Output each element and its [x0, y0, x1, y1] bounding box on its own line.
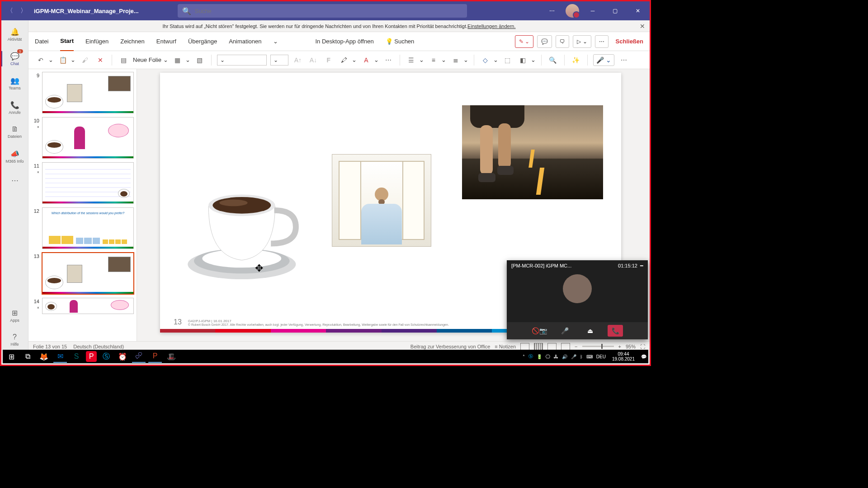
- tab-transitions[interactable]: Übergänge: [188, 32, 217, 51]
- sorter-view-icon[interactable]: [534, 343, 543, 350]
- open-desktop-button[interactable]: In Desktop-App öffnen: [315, 32, 373, 51]
- tab-more[interactable]: ⌄: [273, 32, 278, 51]
- rail-apps[interactable]: ⊞ Apps: [1, 304, 28, 327]
- call-minimize-icon[interactable]: ━: [640, 263, 643, 268]
- search-input[interactable]: [195, 8, 462, 14]
- battery-icon[interactable]: 🔋: [537, 354, 542, 359]
- align-button[interactable]: ≣⌄: [450, 54, 468, 66]
- keyboard-icon[interactable]: ⌨: [586, 354, 593, 359]
- start-icon[interactable]: ⊞: [5, 350, 18, 363]
- bluetooth-icon[interactable]: ᛒ: [580, 354, 583, 359]
- bullets-button[interactable]: ☰⌄: [406, 54, 424, 66]
- toolbar-more-icon[interactable]: ⋯: [618, 54, 630, 66]
- rail-teams[interactable]: 👥 Teams: [1, 72, 28, 94]
- skype-icon[interactable]: Ⓢ: [99, 350, 113, 363]
- firefox-icon[interactable]: 🦊: [37, 350, 51, 363]
- chat-button[interactable]: 💬: [537, 35, 552, 48]
- new-slide-button[interactable]: Neue Folie ⌄: [133, 56, 168, 63]
- font-size-select[interactable]: ⌄: [270, 55, 288, 66]
- bold-icon[interactable]: F: [323, 54, 335, 66]
- rail-help[interactable]: ? Hilfe: [1, 328, 28, 351]
- chevron-up-icon[interactable]: ˄: [523, 354, 525, 359]
- call-thumbnail[interactable]: [PM-MCR-002] iGPM MC... 01:15:12 ━ 🚫📷 🎤 …: [507, 260, 648, 339]
- tab-draw[interactable]: Zeichnen: [120, 32, 144, 51]
- thumb-13[interactable]: [42, 253, 134, 294]
- slideshow-view-icon[interactable]: [561, 343, 570, 350]
- font-color-button[interactable]: A⌄: [360, 54, 379, 66]
- pinterest-icon[interactable]: P: [86, 351, 97, 362]
- rail-m365[interactable]: 📣 M365 Info: [1, 145, 28, 168]
- mic-tray-icon[interactable]: 🎤: [571, 354, 576, 359]
- slide-layout-button[interactable]: ▦⌄: [172, 54, 190, 66]
- language-indicator[interactable]: DEU: [596, 354, 606, 359]
- hangup-icon[interactable]: 📞: [608, 325, 623, 337]
- notes-button[interactable]: ≡ Notizen: [495, 344, 516, 349]
- taskview-icon[interactable]: ⧉: [21, 350, 34, 363]
- window-minimize-icon[interactable]: ─: [584, 4, 602, 18]
- font-more-icon[interactable]: ⋯: [382, 54, 394, 66]
- numbering-button[interactable]: ≡⌄: [428, 54, 446, 66]
- font-family-select[interactable]: ⌄: [217, 55, 267, 66]
- zoom-slider[interactable]: [582, 346, 614, 347]
- layout-icon[interactable]: ▤: [118, 54, 129, 66]
- share-icon[interactable]: ⏏: [582, 325, 598, 337]
- camera-off-icon[interactable]: 🚫📷: [532, 325, 547, 337]
- clock[interactable]: 09:44 19.08.2021: [612, 352, 635, 361]
- window-close-icon[interactable]: ✕: [629, 4, 647, 18]
- pen-button[interactable]: ✎ ⌄: [515, 35, 533, 48]
- slide-thumbnails[interactable]: 9 10⁎ 11⁎: [28, 69, 137, 341]
- comments-button[interactable]: 🗨: [556, 35, 569, 48]
- rail-files[interactable]: 🗎 Dateien: [1, 121, 28, 143]
- powerpoint-icon[interactable]: P: [148, 350, 162, 363]
- rail-more[interactable]: ⋯: [1, 169, 28, 192]
- redhat-icon[interactable]: 🎩: [165, 350, 178, 363]
- find-icon[interactable]: 🔍: [547, 54, 559, 66]
- alarm-icon[interactable]: ⏰: [116, 350, 129, 363]
- present-button[interactable]: ▷ ⌄: [573, 35, 591, 48]
- tab-animations[interactable]: Animationen: [229, 32, 261, 51]
- rail-calls[interactable]: 📞 Anrufe: [1, 96, 28, 119]
- network-icon[interactable]: 🖧: [554, 354, 558, 359]
- tab-design[interactable]: Entwurf: [156, 32, 176, 51]
- rail-chat[interactable]: 1 💬 Chat: [1, 47, 28, 70]
- arrange-icon[interactable]: ⬚: [502, 54, 514, 66]
- delete-icon[interactable]: ✕: [94, 54, 106, 66]
- window-maximize-icon[interactable]: ▢: [606, 4, 624, 18]
- mic-icon[interactable]: 🎤: [557, 325, 572, 337]
- teams-icon[interactable]: 🗪: [132, 350, 146, 363]
- display-icon[interactable]: 🖵: [546, 354, 550, 359]
- nav-back-icon[interactable]: 〈: [4, 5, 16, 17]
- dictate-button[interactable]: 🎤 ⌄: [593, 54, 614, 66]
- fit-icon[interactable]: ⛶: [640, 344, 645, 349]
- nav-fwd-icon[interactable]: 〉: [18, 5, 29, 17]
- thumb-14[interactable]: [42, 298, 134, 314]
- more-button[interactable]: ⋯: [595, 35, 609, 48]
- normal-view-icon[interactable]: [520, 343, 529, 350]
- tab-insert[interactable]: Einfügen: [85, 32, 108, 51]
- thumb-12[interactable]: Which distribution of the sessions would…: [42, 207, 134, 249]
- status-settings-link[interactable]: Einstellungen ändern.: [467, 23, 515, 29]
- tab-home[interactable]: Start: [60, 32, 74, 51]
- undo-button[interactable]: ↶⌄: [35, 54, 53, 66]
- thumb-9[interactable]: [42, 72, 134, 113]
- outlook-icon[interactable]: ✉: [53, 350, 67, 363]
- more-icon[interactable]: ⋯: [543, 4, 561, 18]
- font-grow-icon[interactable]: A↑: [292, 54, 304, 66]
- notifications-icon[interactable]: 💬: [641, 354, 646, 359]
- reading-view-icon[interactable]: [547, 343, 557, 350]
- shape-fill-button[interactable]: ◧⌄: [517, 54, 536, 66]
- feedback-link[interactable]: Beitrag zur Verbesserung von Office: [410, 344, 491, 349]
- ribbon-search[interactable]: 💡 Suchen: [386, 32, 415, 51]
- user-avatar[interactable]: [566, 4, 579, 18]
- zoom-value[interactable]: 95%: [626, 344, 636, 349]
- thumb-10[interactable]: [42, 117, 134, 159]
- font-shrink-icon[interactable]: A↓: [307, 54, 319, 66]
- language-status[interactable]: Deutsch (Deutschland): [73, 344, 124, 349]
- image-icon[interactable]: ▧: [194, 54, 206, 66]
- thumb-11[interactable]: [42, 162, 134, 204]
- designer-icon[interactable]: ✨: [570, 54, 582, 66]
- close-icon[interactable]: ✕: [640, 23, 645, 30]
- tab-file[interactable]: Datei: [35, 32, 48, 51]
- close-button[interactable]: Schließen: [616, 38, 643, 45]
- search-box[interactable]: 🔍: [178, 4, 467, 18]
